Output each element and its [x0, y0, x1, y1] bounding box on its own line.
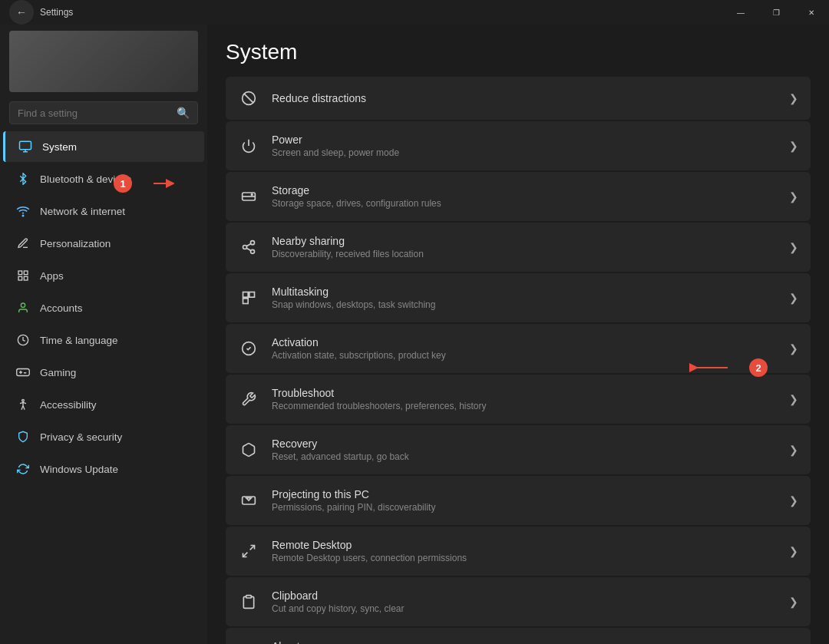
activation-icon [238, 338, 259, 359]
sidebar-item-system[interactable]: System [3, 131, 204, 162]
settings-item-text: Reduce distractions [272, 92, 777, 104]
accessibility-icon [15, 397, 31, 412]
settings-item-recovery[interactable]: Recovery Reset, advanced startup, go bac… [226, 425, 811, 474]
settings-item-subtitle: Recommended troubleshooters, preferences… [272, 401, 777, 411]
settings-list: Reduce distractions ❯ Power Screen and s… [226, 77, 811, 644]
sidebar-item-label: Windows Update [40, 464, 118, 475]
time-icon [15, 332, 31, 348]
minimize-button[interactable]: — [723, 0, 758, 25]
settings-item-text: Remote Desktop Remote Desktop users, con… [272, 539, 777, 563]
sidebar-item-time[interactable]: Time & language [3, 325, 204, 355]
search-input[interactable] [18, 107, 170, 119]
settings-item-text: Power Screen and sleep, power mode [272, 134, 777, 158]
page-title: System [226, 40, 811, 64]
settings-item-title: Reduce distractions [272, 92, 777, 104]
settings-item-text: Projecting to this PC Permissions, pairi… [272, 488, 777, 513]
svg-point-11 [22, 399, 25, 401]
gaming-icon [15, 365, 31, 380]
back-button[interactable]: ← [9, 0, 34, 25]
sidebar-item-apps[interactable]: Apps [3, 260, 204, 291]
svg-point-8 [21, 303, 25, 307]
settings-item-subtitle: Storage space, drives, configuration rul… [272, 198, 777, 209]
sidebar-item-label: Time & language [40, 335, 118, 346]
settings-item-power[interactable]: Power Screen and sleep, power mode ❯ [226, 121, 811, 170]
sidebar-item-accessibility[interactable]: Accessibility [3, 389, 204, 420]
sidebar-item-accounts[interactable]: Accounts [3, 292, 204, 323]
titlebar: ← Settings — ❐ ✕ [0, 0, 829, 25]
settings-item-title: Troubleshoot [272, 387, 777, 399]
settings-item-troubleshoot[interactable]: Troubleshoot Recommended troubleshooters… [226, 375, 811, 424]
svg-point-20 [243, 246, 247, 249]
svg-line-29 [250, 546, 255, 550]
sidebar-item-personalization[interactable]: Personalization [3, 228, 204, 259]
sidebar-item-label: Personalization [40, 238, 111, 249]
settings-item-storage[interactable]: Storage Storage space, drives, configura… [226, 172, 811, 221]
svg-line-22 [246, 248, 251, 250]
settings-item-subtitle: Remote Desktop users, connection permiss… [272, 553, 777, 563]
settings-item-nearby-sharing[interactable]: Nearby sharing Discoverability, received… [226, 223, 811, 272]
settings-item-subtitle: Activation state, subscriptions, product… [272, 350, 777, 361]
settings-item-about[interactable]: About Device specifications, rename PC, … [226, 628, 811, 644]
chevron-icon: ❯ [789, 92, 798, 104]
svg-rect-25 [249, 292, 255, 298]
settings-item-title: Recovery [272, 438, 777, 450]
settings-item-text: Clipboard Cut and copy history, sync, cl… [272, 590, 777, 614]
svg-rect-31 [246, 596, 252, 598]
projecting-icon [238, 490, 259, 511]
accounts-icon [15, 300, 31, 315]
clipboard-icon [238, 591, 259, 613]
settings-item-title: Clipboard [272, 590, 777, 602]
settings-item-subtitle: Permissions, pairing PIN, discoverabilit… [272, 502, 777, 513]
system-icon [18, 139, 33, 154]
settings-item-title: Projecting to this PC [272, 488, 777, 500]
settings-item-text: Storage Storage space, drives, configura… [272, 184, 777, 209]
settings-item-remote-desktop[interactable]: Remote Desktop Remote Desktop users, con… [226, 527, 811, 576]
close-button[interactable]: ✕ [794, 0, 829, 25]
settings-item-title: About [272, 640, 777, 644]
svg-line-14 [244, 94, 253, 103]
maximize-button[interactable]: ❐ [758, 0, 794, 25]
app-body: 🔍 System Bluetooth & devices [0, 25, 829, 644]
privacy-icon [15, 429, 31, 444]
svg-point-18 [251, 194, 253, 196]
reduce-distractions-icon [238, 88, 259, 109]
chevron-icon: ❯ [789, 190, 798, 203]
settings-item-subtitle: Discoverability, received files location [272, 249, 777, 259]
sidebar-item-gaming[interactable]: Gaming [3, 357, 204, 388]
settings-item-multitasking[interactable]: Multitasking Snap windows, desktops, tas… [226, 273, 811, 322]
svg-line-23 [246, 243, 251, 246]
personalization-icon [15, 236, 31, 251]
titlebar-title: Settings [40, 7, 73, 18]
sidebar-item-bluetooth[interactable]: Bluetooth & devices [3, 163, 204, 194]
settings-item-subtitle: Cut and copy history, sync, clear [272, 603, 777, 614]
chevron-icon: ❯ [789, 241, 798, 253]
apps-icon [15, 268, 31, 283]
settings-item-text: About Device specifications, rename PC, … [272, 640, 777, 644]
settings-item-text: Multitasking Snap windows, desktops, tas… [272, 286, 777, 310]
search-box[interactable]: 🔍 [9, 101, 198, 124]
chevron-icon: ❯ [789, 596, 798, 608]
settings-item-title: Multitasking [272, 286, 777, 298]
svg-point-21 [251, 249, 255, 253]
settings-item-text: Nearby sharing Discoverability, received… [272, 235, 777, 259]
settings-item-projecting[interactable]: Projecting to this PC Permissions, pairi… [226, 476, 811, 525]
power-icon [238, 135, 259, 157]
avatar [9, 31, 198, 92]
recovery-icon [238, 439, 259, 461]
titlebar-controls: — ❐ ✕ [723, 0, 829, 25]
settings-item-title: Power [272, 134, 777, 146]
bluetooth-icon [15, 171, 31, 187]
settings-item-text: Activation Activation state, subscriptio… [272, 336, 777, 361]
settings-item-reduce-distractions[interactable]: Reduce distractions ❯ [226, 77, 811, 120]
sidebar-item-update[interactable]: Windows Update [3, 454, 204, 484]
settings-item-activation[interactable]: Activation Activation state, subscriptio… [226, 324, 811, 373]
settings-item-title: Storage [272, 184, 777, 197]
svg-rect-24 [243, 292, 249, 298]
svg-point-19 [251, 241, 255, 245]
settings-item-clipboard[interactable]: Clipboard Cut and copy history, sync, cl… [226, 577, 811, 626]
sidebar-item-privacy[interactable]: Privacy & security [3, 421, 204, 452]
svg-rect-7 [18, 276, 22, 280]
sidebar-item-label: Bluetooth & devices [40, 173, 131, 185]
settings-item-text: Recovery Reset, advanced startup, go bac… [272, 438, 777, 462]
sidebar-item-network[interactable]: Network & internet [3, 196, 204, 226]
